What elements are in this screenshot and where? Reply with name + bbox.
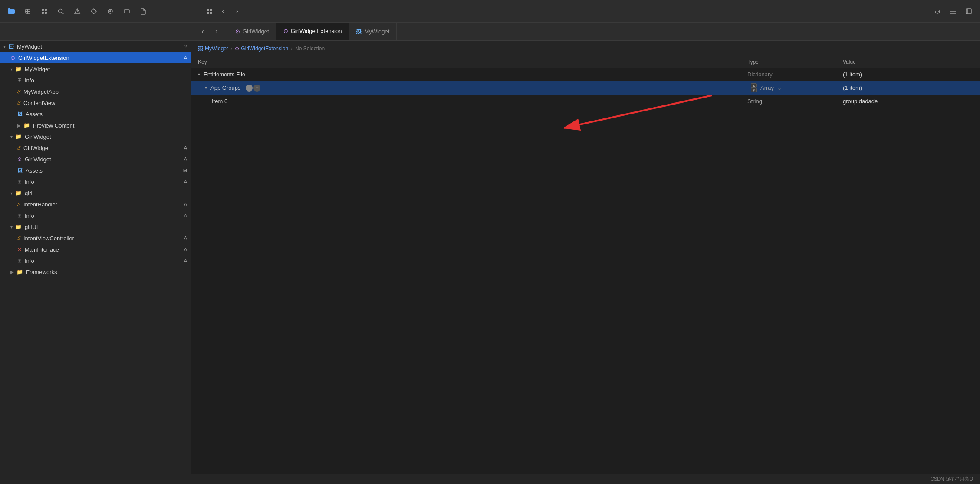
- remove-item-button[interactable]: −: [246, 85, 253, 92]
- sidebar-item-girlwidget-entitlements-label: GirlWidget: [25, 156, 51, 163]
- tab-mywidget[interactable]: 🖼 MyWidget: [349, 23, 397, 40]
- tab-girlwidget-label: GirlWidget: [243, 28, 269, 35]
- nav-back-icon[interactable]: ‹: [217, 5, 229, 17]
- sidebar-item-intenthandler[interactable]: 𝓢 IntentHandler A: [0, 199, 191, 210]
- warning-icon[interactable]: [71, 5, 83, 17]
- info-girlwidget-icon: ⊞: [17, 179, 22, 185]
- sidebar-item-assets-girlwidget[interactable]: 🖼 Assets M: [0, 165, 191, 176]
- breadcrumb-sep-2: ›: [291, 46, 293, 52]
- breadcrumb-girlwidgetextension[interactable]: ⊙ GirlWidgetExtension: [235, 46, 288, 52]
- brush-icon[interactable]: [104, 5, 116, 17]
- property-editor: Key Type Value ▾ Entitlements File Dicti…: [191, 56, 980, 474]
- svg-point-12: [109, 10, 111, 12]
- prop-row-item0[interactable]: Item 0 String group.dadade: [191, 95, 980, 108]
- xib-icon: ✕: [17, 246, 22, 252]
- rect-icon[interactable]: [121, 5, 133, 17]
- tab-girlwidget[interactable]: ⊙ GirlWidget: [228, 23, 276, 40]
- svg-rect-10: [77, 13, 78, 13]
- info-girlui-icon: ⊞: [17, 258, 22, 264]
- tab-nav-forward[interactable]: ›: [210, 26, 223, 38]
- sidebar-item-mywidgetapp[interactable]: 𝓢 MyWidgetApp: [0, 86, 191, 97]
- sidebar-item-maininterface[interactable]: ✕ MainInterface A: [0, 244, 191, 255]
- grid-icon[interactable]: [38, 5, 50, 17]
- sidebar-item-info-girl[interactable]: ⊞ Info A: [0, 210, 191, 221]
- sidebar-group-girlui[interactable]: ▾ 📁 girlUI: [0, 221, 191, 232]
- stepper-up[interactable]: ▲: [751, 83, 757, 88]
- breadcrumb-mywidget-label: MyWidget: [205, 46, 228, 52]
- prop-type-item0: String: [747, 98, 843, 105]
- sidebar-item-info-girlwidget[interactable]: ⊞ Info A: [0, 176, 191, 187]
- sidebar-item-maininterface-label: MainInterface: [25, 246, 59, 253]
- chevron-right-icon: ▶: [17, 123, 21, 128]
- sidebar-item-info-girlui[interactable]: ⊞ Info A: [0, 255, 191, 266]
- diamond-icon[interactable]: [88, 5, 100, 17]
- breadcrumb-mywidget[interactable]: 🖼 MyWidget: [198, 46, 228, 52]
- tab-nav-back[interactable]: ‹: [197, 26, 209, 38]
- grid-view-icon[interactable]: [203, 5, 215, 17]
- breadcrumb: 🖼 MyWidget › ⊙ GirlWidgetExtension › No …: [191, 41, 980, 56]
- tab-mywidget-icon: 🖼: [356, 28, 362, 35]
- content-pane: 🖼 MyWidget › ⊙ GirlWidgetExtension › No …: [191, 41, 980, 484]
- sidebar-item-contentview[interactable]: 𝓢 ContentView: [0, 97, 191, 108]
- maininterface-badge: A: [184, 247, 187, 252]
- swift-intentviewcontroller-icon: 𝓢: [17, 235, 20, 241]
- prop-row-entitlements-file[interactable]: ▾ Entitlements File Dictionary (1 item): [191, 68, 980, 81]
- search-icon[interactable]: [55, 5, 67, 17]
- sidebar-item-assets-mywidget[interactable]: 🖼 Assets: [0, 108, 191, 120]
- tab-girlwidgetextension[interactable]: ⊙ GirlWidgetExtension: [276, 23, 349, 40]
- sidebar-girlwidgetextension[interactable]: ⊙ GirlWidgetExtension A: [0, 52, 191, 63]
- type-stepper[interactable]: ▲ ▼: [751, 83, 757, 92]
- prop-row-app-groups[interactable]: ▾ App Groups − + ▲ ▼ Array ⌄ (1 item): [191, 81, 980, 95]
- svg-rect-1: [27, 9, 28, 14]
- sidebar-item-intentviewcontroller-label: IntentViewController: [23, 235, 74, 242]
- sidebar-item-girlwidget-entitlements[interactable]: ⊙ GirlWidget A: [0, 154, 191, 165]
- menu-list-icon[interactable]: [947, 5, 959, 17]
- sidebar-group-frameworks-label: Frameworks: [26, 269, 57, 275]
- grid-file-icon: ⊞: [17, 77, 22, 83]
- tab-girlwidget-icon: ⊙: [235, 28, 240, 35]
- prop-value-entitlements: (1 item): [843, 71, 973, 78]
- close-icon[interactable]: [22, 5, 34, 17]
- sidebar-group-frameworks[interactable]: ▶ 📁 Frameworks: [0, 266, 191, 278]
- sidebar-root-label: MyWidget: [17, 43, 42, 50]
- svg-rect-15: [210, 9, 212, 11]
- prop-type-entitlements: Dictionary: [747, 71, 843, 78]
- sidebar-toggle-icon[interactable]: [963, 5, 975, 17]
- breadcrumb-gwe-label: GirlWidgetExtension: [241, 46, 288, 52]
- chevron-down-girlui-icon: ▾: [10, 225, 13, 229]
- sidebar-group-girlwidget-label: GirlWidget: [25, 134, 51, 140]
- sidebar-root-mywidget[interactable]: ▾ 🖼 MyWidget ?: [0, 41, 191, 52]
- swift-contentview-icon: 𝓢: [17, 100, 20, 106]
- folder-closed-icon: 📁: [15, 66, 22, 72]
- sidebar-item-info-mywidget[interactable]: ⊞ Info: [0, 75, 191, 86]
- refresh-icon[interactable]: [931, 5, 944, 17]
- sidebar-item-intentviewcontroller[interactable]: 𝓢 IntentViewController A: [0, 232, 191, 244]
- type-dropdown-icon[interactable]: ⌄: [777, 85, 782, 91]
- nav-forward-icon[interactable]: ›: [231, 5, 243, 17]
- stepper-down[interactable]: ▼: [751, 88, 757, 92]
- sidebar-group-girl[interactable]: ▾ 📁 girl: [0, 187, 191, 199]
- folder-icon[interactable]: [5, 5, 17, 17]
- bottom-credit: CSDN @星星月亮O: [931, 476, 973, 482]
- chevron-expand-appgroups[interactable]: ▾: [205, 85, 207, 90]
- breadcrumb-mywidget-icon: 🖼: [198, 46, 203, 52]
- toolbar-right: ‹ ›: [200, 5, 975, 17]
- tab-girlwidgetextension-label: GirlWidgetExtension: [291, 28, 342, 34]
- doc-icon[interactable]: [137, 5, 149, 17]
- svg-rect-17: [210, 12, 212, 14]
- sidebar-group-girlwidget[interactable]: ▾ 📁 GirlWidget: [0, 131, 191, 142]
- tab-mywidget-label: MyWidget: [364, 28, 389, 35]
- chevron-down-girlwidget-icon: ▾: [10, 134, 13, 139]
- chevron-expand-entitlements[interactable]: ▾: [198, 72, 200, 77]
- col-header-value: Value: [843, 59, 973, 65]
- add-item-button[interactable]: +: [253, 85, 260, 92]
- sidebar-group-mywidget[interactable]: ▾ 📁 MyWidget: [0, 63, 191, 75]
- assets-girlwidget-icon: 🖼: [17, 167, 23, 173]
- sidebar-item-girlwidget-swift[interactable]: 𝓢 GirlWidget A: [0, 142, 191, 154]
- girlwidget-swift-badge: A: [184, 145, 187, 150]
- folder-girlwidget-icon: 📁: [15, 134, 22, 140]
- sidebar-item-assets-mywidget-label: Assets: [26, 111, 43, 118]
- prop-value-appgroups: (1 item): [843, 85, 973, 91]
- intentviewcontroller-badge: A: [184, 235, 187, 241]
- sidebar-item-preview-content[interactable]: ▶ 📁 Preview Content: [0, 120, 191, 131]
